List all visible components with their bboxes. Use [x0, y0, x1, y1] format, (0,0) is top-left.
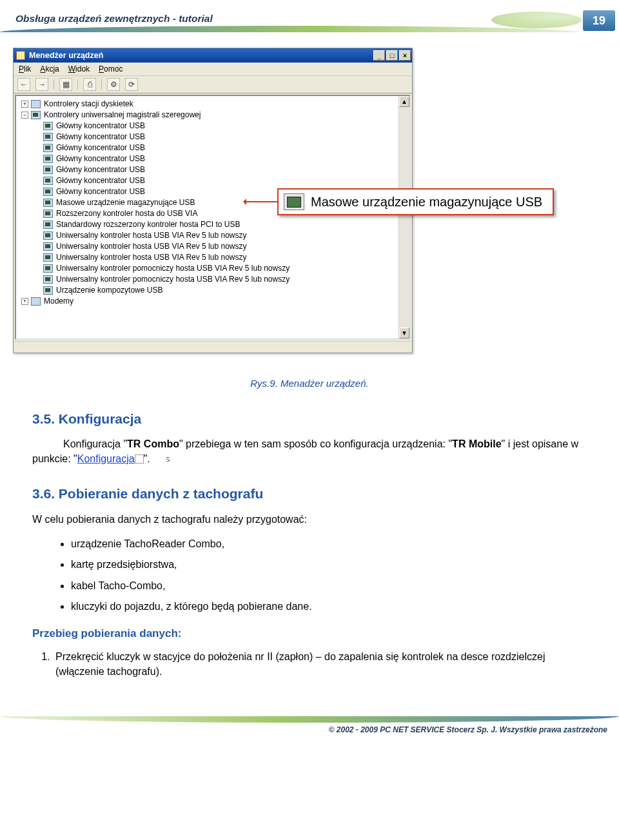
- menu-file[interactable]: Plik: [19, 64, 31, 73]
- tree-leaf[interactable]: Główny koncentrator USB: [21, 164, 398, 175]
- device-icon: [43, 220, 53, 229]
- tree-leaf-label: Główny koncentrator USB: [56, 132, 145, 142]
- tree-node-collapsed[interactable]: + Kontrolery stacji dyskietek: [21, 99, 398, 110]
- text: " przebiega w ten sam sposób co konfigur…: [179, 438, 452, 449]
- toolbar: ← → ▦ ⎙ ⚙ ⟳: [14, 75, 412, 93]
- header-swoosh: [0, 26, 579, 32]
- ordered-list: Przekręcić kluczyk w stacyjce do położen…: [53, 650, 587, 679]
- device-icon: [31, 100, 41, 108]
- back-button[interactable]: ←: [17, 78, 30, 91]
- forward-button[interactable]: →: [35, 78, 48, 91]
- callout: Masowe urządzenie magazynujące USB: [244, 188, 554, 215]
- tree-leaf-label: Główny koncentrator USB: [56, 153, 145, 164]
- device-icon: [43, 122, 53, 130]
- page-footer: © 2002 - 2009 PC NET SERVICE Stocerz Sp.…: [0, 710, 619, 734]
- status-bar: [14, 341, 412, 353]
- tree-leaf[interactable]: Uniwersalny kontroler hosta USB VIA Rev …: [21, 241, 398, 252]
- list-item: Przekręcić kluczyk w stacyjce do położen…: [53, 650, 587, 679]
- tree-leaf-label: Główny koncentrator USB: [56, 186, 145, 197]
- scan-icon[interactable]: ⚙: [107, 78, 120, 91]
- tree-node-label: Modemy: [44, 296, 74, 307]
- figure-caption: Rys.9. Menadżer urządzeń.: [32, 376, 587, 390]
- tree-leaf-label: Uniwersalny kontroler hosta USB VIA Rev …: [56, 230, 246, 241]
- tree-leaf[interactable]: Standardowy rozszerzony kontroler hosta …: [21, 219, 398, 230]
- tree-leaf-label: Uniwersalny kontroler pomocniczy hosta U…: [56, 263, 290, 274]
- tree-leaf-label: Standardowy rozszerzony kontroler hosta …: [56, 219, 240, 230]
- tree-leaf[interactable]: Główny koncentrator USB: [21, 175, 398, 186]
- device-icon: [43, 144, 53, 152]
- tree-area: + Kontrolery stacji dyskietek − Kontrole…: [15, 95, 411, 340]
- device-icon: [43, 231, 53, 240]
- tree-leaf-label: Główny koncentrator USB: [56, 164, 145, 175]
- scrollbar-vertical[interactable]: ▲ ▼: [398, 96, 409, 338]
- close-button[interactable]: ×: [399, 50, 411, 61]
- callout-label: Masowe urządzenie magazynujące USB: [311, 195, 542, 210]
- menu-action[interactable]: Akcja: [40, 64, 59, 73]
- text: ".: [144, 453, 150, 464]
- device-icon: [43, 188, 53, 196]
- list-item: kabel Tacho-Combo,: [71, 579, 587, 593]
- device-icon: [31, 297, 41, 306]
- tree-leaf-label: Uniwersalny kontroler hosta USB VIA Rev …: [56, 241, 246, 252]
- toolbar-separator: [77, 79, 78, 90]
- document-body: Rys.9. Menadżer urządzeń. 3.5. Konfigura…: [32, 376, 587, 679]
- device-icon: [43, 155, 53, 163]
- paragraph: Konfiguracja "TR Combo" przebiega w ten …: [32, 437, 587, 466]
- tree-leaf[interactable]: Główny koncentrator USB: [21, 121, 398, 132]
- list-item: kartę przedsiębiorstwa,: [71, 558, 587, 572]
- device-icon: [43, 133, 53, 141]
- tree-node-expanded[interactable]: − Kontrolery uniwersalnej magistrali sze…: [21, 110, 398, 121]
- tree-leaf[interactable]: Uniwersalny kontroler pomocniczy hosta U…: [21, 263, 398, 274]
- toolbar-separator: [54, 79, 54, 90]
- tree-leaf-label: Masowe urządzenie magazynujące USB: [56, 197, 195, 208]
- print-icon[interactable]: ⎙: [83, 78, 96, 91]
- tree-leaf-label: Główny koncentrator USB: [56, 142, 145, 153]
- device-icon: [43, 242, 53, 251]
- tree-leaf[interactable]: Główny koncentrator USB: [21, 153, 398, 164]
- tree-leaf-label: Rozszerzony kontroler hosta do USB VIA: [56, 208, 197, 219]
- tree-node-label: Kontrolery stacji dyskietek: [44, 99, 133, 110]
- scroll-up-icon[interactable]: ▲: [399, 96, 409, 107]
- device-icon: [43, 210, 53, 218]
- device-icon: [43, 286, 53, 295]
- sub-heading: Przebieg pobierania danych:: [32, 626, 587, 641]
- menu-view[interactable]: Widok: [68, 64, 90, 73]
- expand-icon[interactable]: +: [21, 101, 28, 108]
- menu-help[interactable]: Pomoc: [99, 64, 123, 73]
- tree-leaf[interactable]: Urządzenie kompozytowe USB: [21, 285, 398, 296]
- paragraph: W celu pobierania danych z tachografu na…: [32, 513, 587, 527]
- link-konfiguracja[interactable]: Konfiguracja: [77, 453, 135, 464]
- reference-marker: 5: [135, 454, 144, 464]
- tree-node-label: Kontrolery uniwersalnej magistrali szere…: [44, 110, 201, 121]
- refresh-icon[interactable]: ⟳: [125, 78, 138, 91]
- device-icon: [43, 253, 53, 262]
- properties-icon[interactable]: ▦: [59, 78, 72, 91]
- scroll-down-icon[interactable]: ▼: [399, 327, 409, 338]
- window-titlebar: Menedżer urządzeń _ □ ×: [14, 48, 412, 63]
- section-heading: 3.6. Pobieranie danych z tachografu: [32, 484, 587, 503]
- tree-leaf[interactable]: Uniwersalny kontroler hosta USB VIA Rev …: [21, 252, 398, 263]
- header-swoosh-accent: [491, 12, 582, 28]
- tree-leaf[interactable]: Uniwersalny kontroler hosta USB VIA Rev …: [21, 230, 398, 241]
- tree-leaf[interactable]: Główny koncentrator USB: [21, 142, 398, 153]
- scroll-track[interactable]: [399, 107, 409, 327]
- list-item: urządzenie TachoReader Combo,: [71, 537, 587, 551]
- maximize-button[interactable]: □: [386, 50, 398, 61]
- callout-box: Masowe urządzenie magazynujące USB: [277, 188, 554, 215]
- footer-swoosh: [0, 716, 619, 723]
- device-icon: [43, 275, 53, 284]
- list-item: kluczyki do pojazdu, z którego będą pobi…: [71, 600, 587, 614]
- tree-node-collapsed[interactable]: + Modemy: [21, 296, 398, 307]
- text-bold: TR Mobile: [452, 438, 501, 449]
- page-header: Obsługa urządzeń zewnętrznych - tutorial…: [0, 9, 619, 35]
- device-icon: [43, 199, 53, 207]
- device-icon: [43, 166, 53, 174]
- tree-leaf[interactable]: Uniwersalny kontroler pomocniczy hosta U…: [21, 274, 398, 285]
- collapse-icon[interactable]: −: [21, 112, 28, 119]
- tree-leaf[interactable]: Główny koncentrator USB: [21, 132, 398, 142]
- expand-icon[interactable]: +: [21, 298, 28, 305]
- menu-bar: Plik Akcja Widok Pomoc: [14, 63, 412, 75]
- usb-storage-icon: [284, 193, 304, 210]
- text: Konfiguracja ": [63, 438, 127, 449]
- minimize-button[interactable]: _: [373, 50, 385, 61]
